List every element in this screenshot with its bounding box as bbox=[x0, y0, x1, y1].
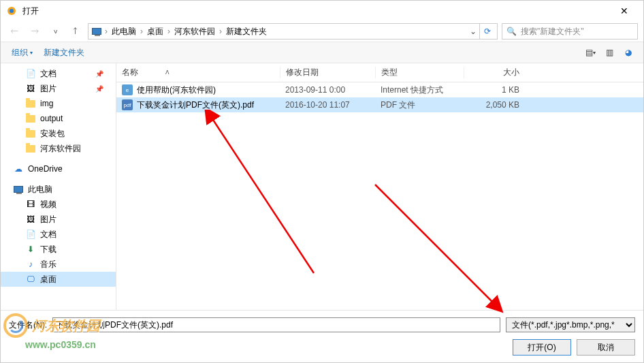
onedrive-icon: ☁ bbox=[13, 163, 24, 174]
column-headers: 名称ᐱ 修改日期 类型 大小 bbox=[116, 63, 643, 82]
sidebar-item[interactable]: 🖼图片📌 bbox=[1, 81, 116, 96]
sidebar-item[interactable]: img bbox=[1, 96, 116, 111]
pc-icon bbox=[91, 26, 102, 37]
pin-icon: 📌 bbox=[95, 85, 103, 93]
chevron-right-icon: › bbox=[105, 27, 108, 36]
cancel-button[interactable]: 取消 bbox=[577, 339, 635, 356]
url-file-icon: e bbox=[122, 84, 133, 95]
pin-icon: 📌 bbox=[95, 70, 103, 78]
breadcrumb-item[interactable]: 新建文件夹 bbox=[225, 26, 268, 37]
file-list: e使用帮助(河东软件园) 2013-09-11 0:00 Internet 快捷… bbox=[116, 82, 643, 321]
sidebar-item[interactable]: 📄文档 bbox=[1, 227, 116, 242]
download-icon: ⬇ bbox=[25, 244, 36, 255]
document-icon: 📄 bbox=[25, 229, 36, 240]
folder-icon bbox=[25, 128, 36, 139]
column-header-type[interactable]: 类型 bbox=[375, 67, 464, 78]
filename-input[interactable] bbox=[52, 317, 500, 332]
sidebar-item[interactable]: 🎞视频 bbox=[1, 197, 116, 212]
watermark-logo-icon bbox=[3, 313, 28, 338]
chevron-right-icon: › bbox=[167, 27, 170, 36]
sidebar-item[interactable]: 🖼图片 bbox=[1, 212, 116, 227]
search-placeholder: 搜索"新建文件夹" bbox=[521, 26, 584, 37]
breadcrumb-item[interactable]: 桌面 bbox=[146, 26, 165, 37]
column-header-date[interactable]: 修改日期 bbox=[280, 67, 375, 78]
sidebar: 📄文档📌 🖼图片📌 img output 安装包 河东软件园 ☁OneDrive… bbox=[1, 63, 116, 321]
new-folder-button[interactable]: 新建文件夹 bbox=[38, 44, 90, 61]
organize-button[interactable]: 组织▾ bbox=[6, 44, 38, 61]
sort-caret-icon: ᐱ bbox=[165, 69, 169, 76]
sidebar-item[interactable]: ⬇下载 bbox=[1, 242, 116, 257]
file-row[interactable]: pdf下载奖金计划PDF文件(英文).pdf 2016-10-20 11:07 … bbox=[116, 97, 643, 112]
nav-recent-button[interactable]: ⅴ bbox=[47, 23, 63, 40]
chevron-right-icon: › bbox=[140, 27, 143, 36]
view-options-button[interactable]: ▤▾ bbox=[581, 45, 600, 60]
folder-icon bbox=[25, 98, 36, 109]
nav-back-button[interactable]: 🡐 bbox=[6, 23, 22, 40]
sidebar-item[interactable]: ♪音乐 bbox=[1, 257, 116, 272]
watermark-url: www.pc0359.cn bbox=[25, 339, 100, 350]
close-button[interactable]: ✕ bbox=[611, 1, 638, 20]
preview-pane-button[interactable]: ▥ bbox=[600, 45, 619, 60]
file-row[interactable]: e使用帮助(河东软件园) 2013-09-11 0:00 Internet 快捷… bbox=[116, 82, 643, 97]
svg-point-1 bbox=[10, 9, 14, 13]
search-input[interactable]: 🔍 搜索"新建文件夹" bbox=[502, 23, 638, 40]
nav-up-button[interactable]: 🡑 bbox=[67, 23, 84, 40]
breadcrumb-item[interactable]: 河东软件园 bbox=[173, 26, 216, 37]
pc-icon bbox=[13, 184, 24, 195]
help-button[interactable]: ◕ bbox=[619, 45, 638, 60]
breadcrumb[interactable]: › 此电脑 › 桌面 › 河东软件园 › 新建文件夹 ⌄ ⟳ bbox=[88, 23, 498, 40]
desktop-icon: 🖵 bbox=[25, 274, 36, 285]
open-button[interactable]: 打开(O) bbox=[513, 339, 571, 356]
breadcrumb-item[interactable]: 此电脑 bbox=[110, 26, 138, 37]
refresh-button[interactable]: ⟳ bbox=[479, 24, 494, 39]
app-icon bbox=[6, 5, 17, 16]
sidebar-item-desktop[interactable]: 🖵桌面 bbox=[1, 272, 116, 287]
search-icon: 🔍 bbox=[506, 27, 517, 36]
folder-icon bbox=[25, 143, 36, 154]
breadcrumb-dropdown[interactable]: ⌄ bbox=[467, 27, 479, 36]
chevron-right-icon: › bbox=[219, 27, 222, 36]
filetype-filter[interactable]: 文件(*.pdf,*.jpg*.bmp,*.png,* bbox=[506, 317, 635, 332]
music-icon: ♪ bbox=[25, 259, 36, 270]
watermark-text: 河东软件园 bbox=[32, 317, 100, 335]
pdf-file-icon: pdf bbox=[122, 99, 133, 110]
sidebar-item[interactable]: 安装包 bbox=[1, 126, 116, 141]
folder-icon bbox=[25, 113, 36, 124]
pictures-icon: 🖼 bbox=[25, 83, 36, 94]
sidebar-item-thispc[interactable]: 此电脑 bbox=[1, 182, 116, 197]
column-header-name[interactable]: 名称ᐱ bbox=[116, 67, 280, 78]
column-header-size[interactable]: 大小 bbox=[464, 67, 525, 78]
video-icon: 🎞 bbox=[25, 199, 36, 210]
nav-forward-button[interactable]: 🡒 bbox=[27, 23, 43, 40]
window-title: 打开 bbox=[22, 5, 611, 17]
watermark: 河东软件园 www.pc0359.cn bbox=[3, 313, 100, 350]
sidebar-item[interactable]: 📄文档📌 bbox=[1, 66, 116, 81]
document-icon: 📄 bbox=[25, 68, 36, 79]
sidebar-item[interactable]: 河东软件园 bbox=[1, 141, 116, 156]
sidebar-item-onedrive[interactable]: ☁OneDrive bbox=[1, 161, 116, 176]
pictures-icon: 🖼 bbox=[25, 214, 36, 225]
sidebar-item[interactable]: output bbox=[1, 111, 116, 126]
